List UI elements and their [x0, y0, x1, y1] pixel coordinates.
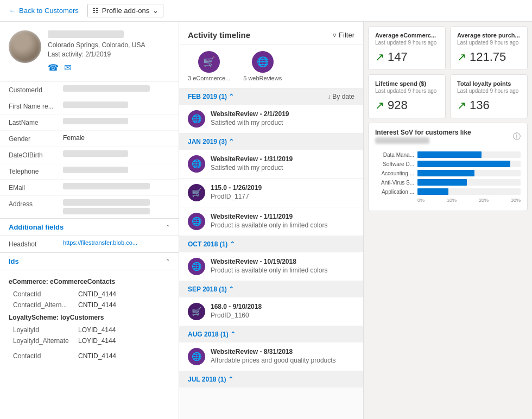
chart-label-application: Application ...: [375, 189, 414, 195]
field-value-telephone: [63, 167, 170, 175]
chart-bar-datamgmt: [417, 151, 482, 158]
trend-up-icon-ecommerce: ↗: [375, 50, 384, 64]
webreviews-label: 5 webReviews: [243, 75, 282, 81]
timeline-content: WebsiteReview - 2/1/2019 Satisfied with …: [211, 110, 354, 126]
main-layout: Colorado Springs, Colorado, USA Last act…: [0, 22, 532, 419]
avatar: [9, 30, 41, 63]
field-label-telephone: Telephone: [9, 167, 63, 175]
field-label-headshot: Headshot: [9, 239, 63, 248]
field-label-customerid: CustomerId: [9, 85, 63, 94]
ids-title: Ids: [9, 257, 19, 265]
field-value-email: [63, 183, 170, 191]
chart-row-antivirus: Anti-Virus S...: [375, 179, 521, 186]
x-label-20: 20%: [479, 198, 489, 203]
chart-bar-application: [417, 188, 448, 195]
fields-section: CustomerId First Name re... LastName Gen…: [0, 82, 179, 218]
ids-value-contactid2: CNTID_4144: [78, 352, 116, 360]
interest-chart-card: Interest SoV for customers like ⓘ Data M…: [368, 123, 528, 211]
ids-label-loyaltyid-alt: LoyaltyId_Alternate: [13, 337, 78, 345]
back-arrow-icon: ←: [9, 7, 16, 15]
field-row-email: EMail: [0, 180, 179, 196]
x-label-0: 0%: [417, 198, 425, 203]
chart-row-software: Software D...: [375, 161, 521, 167]
profile-header: Colorado Springs, Colorado, USA Last act…: [0, 22, 179, 82]
timeline-item-websitereview-feb: 🌐 WebsiteReview - 2/1/2019 Satisfied wit…: [179, 105, 363, 134]
field-label-dob: DateOfBirth: [9, 150, 63, 159]
additional-fields-section-header[interactable]: Additional fields ⌃: [0, 218, 179, 236]
timeline-dot-web: 🌐: [188, 110, 205, 128]
timeline-month-aug2018: AUG 2018 (1) ⌃: [179, 326, 363, 342]
ids-row-contactid2: ContactId CNTID_4144: [9, 351, 170, 361]
ids-section: eCommerce: eCommerceContacts ContactId C…: [0, 270, 179, 366]
field-label-address: Address: [9, 199, 63, 208]
ecommerce-label: 3 eCommerce...: [188, 75, 230, 81]
timeline-dot-web3: 🌐: [188, 213, 205, 230]
ids-row-contactid-alt: ContactId_Altern... CNTID_4144: [9, 300, 170, 310]
metric-subtitle-lifetime: Last updated 9 hours ago: [375, 88, 439, 94]
ids-label-contactid-alt: ContactId_Altern...: [13, 301, 78, 309]
metrics-top-row: Average eCommerc... Last updated 9 hours…: [368, 26, 528, 70]
chart-label-antivirus: Anti-Virus S...: [375, 180, 414, 186]
field-row-headshot: Headshot https://filestransfer.blob.co..…: [0, 236, 179, 252]
ids-value-contactid: CNTID_4144: [78, 290, 116, 298]
timeline-dot-web2: 🌐: [188, 155, 205, 173]
metric-title-avg-ecommerce: Average eCommerc...: [375, 32, 439, 39]
profile-actions: ☎ ✉: [48, 62, 170, 73]
filter-button[interactable]: ▿ Filter: [333, 31, 354, 39]
x-label-30: 30%: [511, 198, 521, 203]
ids-row-loyaltyid-alt: LoyaltyId_Alternate LOYID_4144: [9, 335, 170, 346]
metric-value-ecommerce: 147: [388, 50, 408, 64]
interest-chart-header: Interest SoV for customers like ⓘ: [375, 129, 521, 145]
chart-label-software: Software D...: [375, 161, 414, 167]
timeline-item-websitereview-aug: 🌐 WebsiteReview - 8/31/2018 Affordable p…: [179, 342, 363, 371]
profile-addons-label: Profile add-ons: [102, 7, 149, 15]
timeline-item-websitereview-oct: 🌐 WebsiteReview - 10/19/2018 Product is …: [179, 252, 363, 281]
profile-addons-button[interactable]: ☷ Profile add-ons ⌄: [87, 4, 163, 17]
phone-icon[interactable]: ☎: [48, 62, 59, 73]
timeline-month-oct2018: OCT 2018 (1) ⌃: [179, 236, 363, 252]
back-button-label: Back to Customers: [19, 7, 79, 15]
field-value-headshot[interactable]: https://filestransfer.blob.co...: [63, 239, 170, 246]
ids-label-loyaltyid: LoyaltyId: [13, 326, 78, 334]
metric-title-lifetime: Lifetime spend ($): [375, 80, 439, 87]
metric-value-store: 121.75: [470, 50, 506, 64]
field-row-telephone: Telephone: [0, 163, 179, 180]
field-label-gender: Gender: [9, 134, 63, 143]
metric-card-lifetime: Lifetime spend ($) Last updated 9 hours …: [368, 74, 446, 118]
filter-label: Filter: [339, 31, 354, 39]
chart-x-axis: 0% 10% 20% 30%: [375, 198, 521, 203]
chart-bar-antivirus: [417, 179, 467, 186]
chart-label-accounting: Accounting ...: [375, 170, 414, 176]
chart-bar-accounting: [417, 170, 474, 176]
trend-up-icon-lifetime: ↗: [375, 99, 384, 112]
field-value-lastname: [63, 118, 170, 126]
activity-icon-ecommerce: 🛒 3 eCommerce...: [188, 51, 230, 81]
profile-activity: Last activity: 2/1/2019: [48, 50, 170, 58]
ids-row-contactid: ContactId CNTID_4144: [9, 289, 170, 300]
ids-section-header[interactable]: Ids ⌃: [0, 252, 179, 270]
metric-value-row-store: ↗ 121.75: [457, 50, 521, 64]
field-row-lastname: LastName: [0, 115, 179, 131]
metric-value-loyalty: 136: [470, 98, 490, 112]
back-button[interactable]: ← Back to Customers: [9, 7, 79, 15]
additional-fields-chevron-icon: ⌃: [166, 224, 170, 230]
chart-row-datamgmt: Data Mana...: [375, 151, 521, 158]
left-panel: Colorado Springs, Colorado, USA Last act…: [0, 22, 179, 419]
metrics-bottom-row: Lifetime spend ($) Last updated 9 hours …: [368, 74, 528, 118]
ids-value-loyaltyid-alt: LOYID_4144: [78, 337, 116, 345]
metric-value-row-ecommerce: ↗ 147: [375, 50, 439, 64]
ids-group-loyalty-title: LoyaltyScheme: loyCustomers: [9, 314, 170, 321]
metric-value-row-lifetime: ↗ 928: [375, 98, 439, 112]
ids-value-loyaltyid: LOYID_4144: [78, 326, 116, 334]
profile-name-blurred: [48, 30, 124, 38]
metric-subtitle-loyalty: Last updated 9 hours ago: [457, 88, 521, 94]
timeline-item-websitereview-jan1: 🌐 WebsiteReview - 1/31/2019 Satisfied wi…: [179, 150, 363, 179]
metric-value-lifetime: 928: [388, 98, 408, 112]
field-value-customerid: [63, 85, 170, 93]
activity-title: Activity timeline: [188, 30, 250, 40]
email-icon[interactable]: ✉: [64, 62, 71, 73]
profile-addons-icon: ☷: [92, 7, 99, 15]
profile-info: Colorado Springs, Colorado, USA Last act…: [48, 30, 170, 73]
field-row-customerid: CustomerId: [0, 82, 179, 98]
timeline-item-purchase-sep: 🛒 168.0 - 9/10/2018 ProdID_1160: [179, 297, 363, 326]
